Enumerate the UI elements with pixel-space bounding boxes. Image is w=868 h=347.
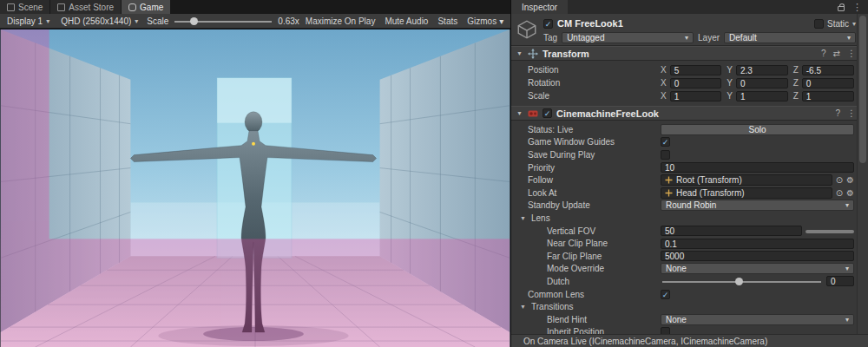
maximize-on-play-button[interactable]: Maximize On Play (306, 16, 376, 26)
gameobject-cube-icon (516, 18, 538, 41)
axis-z-label: Z (793, 78, 799, 88)
standby-dropdown[interactable]: Round Robin ▾ (661, 200, 854, 211)
near-clip-field[interactable]: 0.1 (661, 239, 854, 249)
status-label: Status: Live (528, 125, 661, 134)
axis-x-label: X (661, 91, 667, 101)
chevron-down-icon[interactable]: ▾ (852, 20, 856, 28)
view-tab-bar: Scene Asset Store Game (0, 0, 510, 14)
tab-scene[interactable]: Scene (0, 0, 49, 14)
game-toolbar-right: Maximize On Play Mute Audio Stats Gizmos… (306, 16, 506, 26)
axis-z-label: Z (793, 65, 799, 75)
foldout-icon[interactable]: ▼ (516, 50, 523, 56)
active-checkbox[interactable]: ✓ (543, 19, 553, 29)
common-lens-checkbox[interactable]: ✓ (661, 290, 670, 299)
lookat-object-field[interactable]: Head (Transform) (661, 187, 832, 199)
static-checkbox[interactable] (814, 19, 824, 29)
scale-slider-handle[interactable] (190, 17, 198, 25)
dutch-slider-handle[interactable] (735, 278, 743, 285)
position-z-field[interactable]: -6.5 (802, 65, 854, 75)
foldout-icon[interactable]: ▼ (519, 304, 527, 310)
display-dropdown-label: Display 1 (7, 16, 43, 26)
save-checkbox[interactable] (661, 150, 670, 160)
far-clip-field[interactable]: 5000 (661, 251, 854, 261)
scale-slider[interactable] (174, 15, 272, 28)
rotation-y-field[interactable]: 0 (736, 78, 788, 88)
freelook-header[interactable]: ▼ ✓ CinemachineFreeLook ? ⋮ (511, 106, 868, 121)
scene-icon (7, 3, 15, 11)
inspector-scrollbar[interactable] (857, 14, 868, 334)
blend-hint-dropdown[interactable]: None ▾ (661, 314, 854, 325)
chevron-down-icon: ▾ (685, 34, 688, 42)
rotation-label: Rotation (528, 78, 661, 88)
object-picker-icon[interactable]: ⊙ (836, 174, 843, 186)
position-y-field[interactable]: 2.3 (736, 65, 788, 75)
transitions-foldout-row[interactable]: ▼ Transitions (511, 300, 868, 313)
far-clip-row: Far Clip Plane 5000 (511, 250, 868, 263)
tab-game-label: Game (140, 3, 163, 12)
status-row: Status: Live Solo (511, 123, 868, 136)
tag-value: Untagged (567, 33, 604, 43)
object-picker-icon[interactable]: ⊙ (836, 187, 843, 199)
tab-asset-store[interactable]: Asset Store (50, 0, 121, 14)
near-clip-label: Near Clip Plane (547, 239, 661, 248)
scrollbar-thumb[interactable] (859, 16, 866, 163)
resolution-dropdown[interactable]: QHD (2560x1440) ▾ (58, 15, 141, 28)
vfov-slider[interactable] (806, 226, 854, 237)
vfov-field[interactable]: 50 (661, 226, 802, 236)
foldout-icon[interactable]: ▼ (519, 215, 527, 221)
tab-game[interactable]: Game (122, 0, 170, 14)
stats-button[interactable]: Stats (437, 16, 457, 26)
position-label: Position (528, 65, 661, 75)
follow-object-field[interactable]: Root (Transform) (661, 174, 832, 186)
menu-icon[interactable]: ⋮ (852, 2, 862, 13)
rotation-z-field[interactable]: 0 (802, 78, 854, 88)
guides-checkbox[interactable]: ✓ (661, 137, 670, 147)
layer-label: Layer (698, 33, 720, 43)
scale-z-field[interactable]: 1 (802, 91, 854, 101)
dutch-label: Dutch (547, 277, 661, 286)
gear-icon[interactable]: ⚙ (846, 174, 854, 186)
gizmos-dropdown[interactable]: Gizmos ▾ (467, 16, 503, 26)
layer-dropdown[interactable]: Default ▾ (724, 32, 856, 43)
menu-icon[interactable]: ⋮ (847, 108, 856, 118)
tab-inspector[interactable]: Inspector (511, 0, 568, 14)
priority-field[interactable]: 10 (661, 162, 854, 173)
standby-value: Round Robin (666, 200, 716, 210)
inspector-panel: Inspector ⋮ ✓ CM FreeLook1 Static ▾ (510, 0, 868, 347)
static-group: Static ▾ (814, 19, 856, 29)
lock-icon[interactable] (838, 6, 845, 11)
far-clip-label: Far Clip Plane (547, 252, 661, 261)
lookat-label: Look At (528, 188, 661, 198)
near-clip-row: Near Clip Plane 0.1 (511, 237, 868, 250)
help-icon[interactable]: ? (821, 49, 826, 58)
scale-label: Scale (528, 91, 661, 101)
component-enabled-checkbox[interactable]: ✓ (542, 108, 552, 118)
transform-header[interactable]: ▼ Transform ? ⇄ ⋮ (511, 46, 868, 61)
tab-asset-store-label: Asset Store (69, 3, 114, 12)
rotation-x-field[interactable]: 0 (670, 78, 722, 88)
position-x-field[interactable]: 5 (670, 65, 722, 75)
blend-hint-label: Blend Hint (547, 315, 661, 324)
game-viewport[interactable] (0, 29, 510, 347)
follow-label: Follow (528, 175, 661, 185)
gear-icon[interactable]: ⚙ (846, 187, 854, 199)
lens-foldout-row[interactable]: ▼ Lens (511, 212, 868, 225)
foldout-icon[interactable]: ▼ (516, 110, 523, 116)
menu-icon[interactable]: ⋮ (847, 49, 856, 58)
mute-audio-button[interactable]: Mute Audio (385, 16, 428, 26)
scale-x-field[interactable]: 1 (670, 91, 722, 101)
game-toolbar: Display 1 ▾ QHD (2560x1440) ▾ Scale 0.63… (0, 14, 510, 29)
tag-dropdown[interactable]: Untagged ▾ (562, 32, 694, 43)
tag-label: Tag (543, 33, 557, 43)
mode-override-dropdown[interactable]: None ▾ (661, 263, 854, 274)
scale-y-field[interactable]: 1 (736, 91, 788, 101)
dutch-field[interactable]: 0 (826, 276, 854, 286)
scale-value: 0.63x (278, 16, 299, 26)
preset-icon[interactable]: ⇄ (833, 49, 840, 58)
dutch-slider[interactable] (661, 276, 823, 287)
display-dropdown[interactable]: Display 1 ▾ (4, 15, 52, 28)
rotation-row: Rotation X0 Y0 Z0 (511, 76, 868, 89)
solo-button[interactable]: Solo (661, 124, 854, 135)
help-icon[interactable]: ? (835, 108, 840, 118)
static-label: Static (827, 19, 849, 29)
